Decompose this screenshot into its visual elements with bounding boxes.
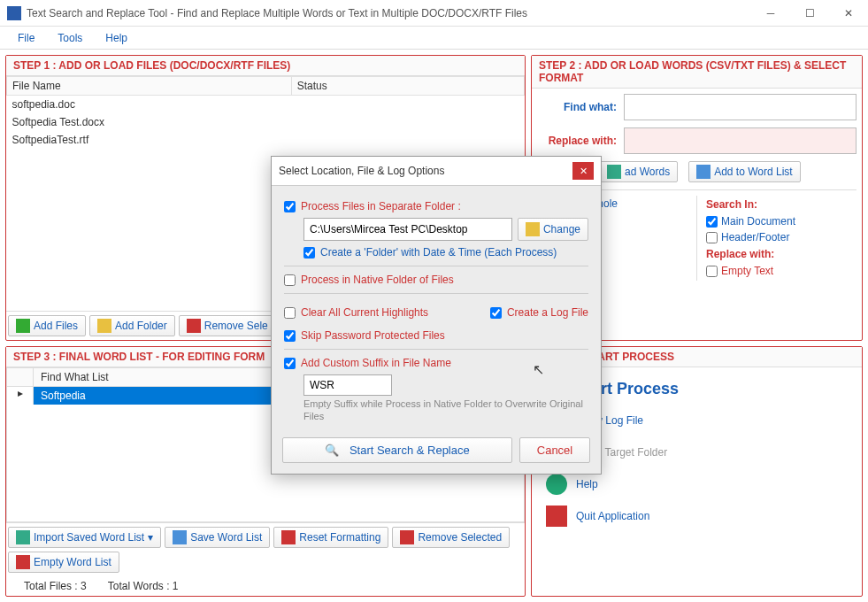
browse-icon [526,222,540,236]
replace-with-label: Replace with: [537,135,617,147]
menu-help[interactable]: Help [95,29,138,47]
main-doc-checkbox[interactable] [706,216,718,228]
remove-selected-button[interactable]: Remove Sele [179,315,276,336]
load-words-button[interactable]: ad Words [599,161,678,182]
reset-icon [281,530,296,544]
menu-file[interactable]: File [7,29,45,47]
skip-password-checkbox[interactable] [284,330,296,342]
quit-button[interactable]: Quit Application [537,500,856,532]
dialog-title: Select Location, File & Log Options [279,165,444,177]
header-footer-label: Header/Footer [721,231,789,243]
clear-highlights-checkbox[interactable] [284,307,296,319]
dialog-close-button[interactable]: ✕ [572,162,594,180]
change-path-button[interactable]: Change [518,218,588,241]
file-row[interactable]: SoftpediaTest.rtf [7,131,525,149]
col-status[interactable]: Status [291,77,524,96]
replace-with-header: Replace with: [703,245,856,263]
replace-with-input[interactable] [624,127,856,154]
add-suffix-label: Add Custom Suffix in File Name [301,357,451,369]
main-doc-label: Main Document [721,215,795,228]
clear-highlights-label: Clear All Current Highlights [301,306,428,319]
save-wordlist-button[interactable]: Save Word List [165,527,270,548]
process-separate-label: Process Files in Separate Folder : [301,200,461,212]
step1-header: STEP 1 : ADD OR LOAD FILES (DOC/DOCX/RTF… [6,56,525,76]
empty-text-checkbox[interactable] [706,266,718,277]
folder-icon [97,319,111,333]
add-suffix-checkbox[interactable] [284,358,296,369]
file-row[interactable]: Softpedia Test.docx [7,113,525,131]
create-folder-checkbox[interactable] [303,247,315,259]
add-folder-button[interactable]: Add Folder [89,315,175,336]
total-files-status: Total Files : 3 [24,580,87,592]
menu-tools[interactable]: Tools [47,29,93,47]
process-native-checkbox[interactable] [284,274,296,286]
import-wordlist-button[interactable]: Import Saved Word List ▾ [8,527,161,548]
col-file-name[interactable]: File Name [7,77,292,96]
options-dialog: Select Location, File & Log Options ✕ Pr… [271,156,602,475]
header-footer-checkbox[interactable] [706,232,718,243]
process-native-label: Process in Native Folder of Files [301,274,454,286]
skip-password-label: Skip Password Protected Files [301,329,445,342]
file-row[interactable]: softpedia.doc [7,96,525,114]
suffix-input[interactable] [303,374,392,396]
start-search-replace-button[interactable]: 🔍 Start Search & Replace [282,437,512,463]
find-what-label: Find what: [537,101,617,113]
titlebar: Text Search and Replace Tool - Find and … [0,0,868,27]
process-separate-checkbox[interactable] [284,201,296,212]
help-icon [546,474,567,495]
cancel-button[interactable]: Cancel [519,437,590,463]
quit-icon [546,506,567,527]
empty-wordlist-button[interactable]: Empty Word List [8,552,119,573]
total-words-status: Total Words : 1 [108,580,179,592]
step2-header: STEP 2 : ADD OR LOAD WORDS (CSV/TXT FILE… [532,56,862,89]
files-table[interactable]: File Name Status softpedia.docSoftpedia … [6,76,525,149]
remove-icon [400,530,414,544]
close-button[interactable]: ✕ [829,0,868,27]
create-log-label: Create a Log File [507,306,588,319]
save-icon [173,530,187,544]
app-logo-icon [7,6,21,20]
load-icon [607,165,621,179]
empty-icon [16,555,30,569]
add-files-button[interactable]: Add Files [8,315,86,336]
add-list-icon [696,165,711,179]
window-title: Text Search and Replace Tool - Find and … [27,7,751,19]
empty-text-label: Empty Text [721,265,773,277]
suffix-hint: Empty Suffix while Process in Native Fol… [303,397,588,423]
maximize-button[interactable]: ☐ [790,0,829,27]
output-path-input[interactable] [303,218,512,241]
add-to-wordlist-button[interactable]: Add to Word List [688,161,801,182]
reset-formatting-button[interactable]: Reset Formatting [273,527,388,548]
create-log-checkbox[interactable] [490,307,502,319]
menubar: File Tools Help [0,27,868,50]
create-folder-label: Create a 'Folder' with Date & Time (Each… [320,246,557,259]
remove-selected-word-button[interactable]: Remove Selected [392,527,510,548]
delete-icon [187,319,201,333]
import-icon [16,530,30,544]
find-what-input[interactable] [624,94,856,120]
plus-icon [16,319,30,333]
search-in-header: Search In: [703,196,856,213]
minimize-button[interactable]: ─ [751,0,790,27]
